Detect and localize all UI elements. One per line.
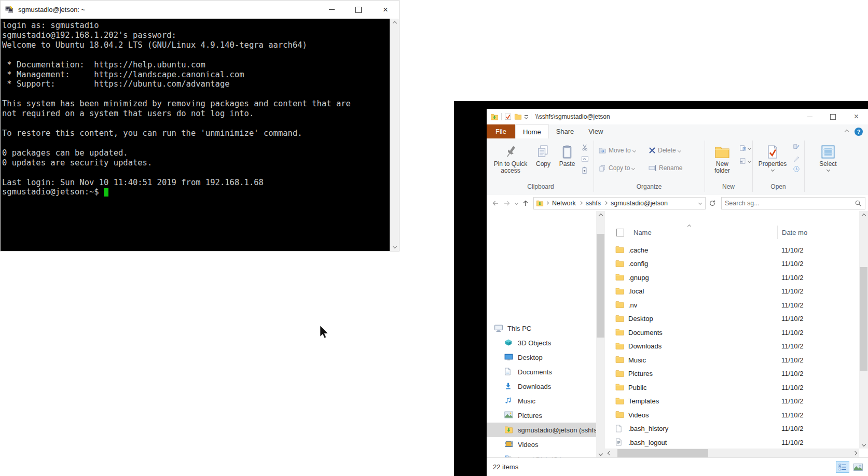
file-row-nv[interactable]: .nv11/10/2 [605, 298, 859, 312]
open-edit2-icon[interactable] [793, 155, 800, 162]
terminal-scrollbar[interactable] [390, 19, 399, 251]
terminal-output[interactable]: login as: sgmustadio sgmustadio@192.168.… [1, 19, 390, 251]
new-item-button[interactable] [739, 145, 751, 151]
move-to-button[interactable]: Move to [599, 147, 636, 154]
tab-view[interactable]: View [581, 124, 610, 138]
file-row-public[interactable]: Public11/10/2 [605, 381, 859, 394]
list-scroll-thumb[interactable] [860, 267, 867, 371]
forward-button[interactable] [501, 198, 513, 209]
file-row-config[interactable]: .config11/10/2 [605, 257, 859, 271]
select-button[interactable]: Select [814, 142, 843, 171]
sidebar-item-downloads[interactable]: Downloads [487, 379, 596, 394]
help-icon[interactable]: ? [855, 128, 863, 136]
horizontal-scrollbar[interactable] [605, 449, 859, 458]
horizontal-scroll-thumb[interactable] [617, 449, 708, 457]
terminal-titlebar[interactable]: sgmustadio@jetson: ~ × [1, 1, 399, 19]
select-all-checkbox[interactable] [616, 229, 624, 236]
file-row-videos[interactable]: Videos11/10/2 [605, 408, 859, 422]
file-row-documents[interactable]: Documents11/10/2 [605, 326, 859, 339]
file-name: .gnupg [628, 274, 768, 282]
sidebar-item-this-pc[interactable]: This PC [487, 321, 596, 335]
scroll-down-icon[interactable] [390, 242, 399, 250]
tab-share[interactable]: Share [549, 124, 582, 138]
download-icon [504, 382, 514, 390]
file-row-pictures[interactable]: Pictures11/10/2 [605, 367, 859, 381]
new-folder-button[interactable]: New folder [709, 142, 736, 174]
file-name: .bash_logout [628, 439, 768, 446]
up-button[interactable] [520, 198, 531, 209]
rename-button[interactable]: Rename [649, 164, 682, 172]
new-folder-qat-icon[interactable] [514, 113, 522, 120]
sidebar-item-desktop[interactable]: Desktop [487, 350, 596, 365]
sidebar-item-3d-objects[interactable]: 3D Objects [487, 335, 596, 350]
copy-path-icon[interactable] [581, 156, 589, 162]
mouse-cursor [320, 326, 330, 341]
folder-icon [615, 315, 624, 323]
column-header-date[interactable]: Date mo [777, 226, 855, 239]
copy-button[interactable]: Copy [532, 142, 554, 167]
file-row-gnupg[interactable]: .gnupg11/10/2 [605, 271, 859, 284]
properties-button[interactable]: Properties [756, 142, 789, 171]
sidebar-item-music[interactable]: Music [487, 394, 596, 408]
recent-locations-icon[interactable] [513, 198, 520, 209]
list-scroll-down-icon[interactable] [859, 440, 868, 449]
scroll-up-icon[interactable] [390, 19, 399, 27]
collapse-ribbon-icon[interactable] [845, 129, 849, 133]
history-icon[interactable] [793, 165, 800, 173]
file-row-desktop[interactable]: Desktop11/10/2 [605, 312, 859, 326]
terminal-minimize-button[interactable] [318, 1, 345, 19]
easy-access-button[interactable] [739, 158, 751, 164]
delete-button[interactable]: Delete [649, 147, 681, 154]
file-row-music[interactable]: Music11/10/2 [605, 353, 859, 367]
search-input[interactable] [722, 200, 855, 207]
thumbnail-view-button[interactable] [851, 461, 865, 473]
explorer-maximize-button[interactable] [821, 109, 845, 124]
file-row-bash-history[interactable]: .bash_history11/10/2 [605, 422, 859, 436]
properties-check-icon[interactable] [504, 113, 512, 120]
tab-file[interactable]: File [487, 124, 515, 138]
paste-button[interactable]: Paste [556, 142, 578, 167]
qat-customize-icon[interactable] [525, 115, 528, 119]
file-list-scrollbar[interactable] [859, 211, 868, 449]
file-row-cache[interactable]: .cache11/10/2 [605, 243, 859, 257]
cut-icon[interactable] [581, 144, 589, 151]
sidebar-scroll-thumb[interactable] [597, 234, 604, 338]
file-row-bash-logout[interactable]: .bash_logout11/10/2 [605, 436, 859, 449]
file-date-modified: 11/10/2 [781, 329, 837, 337]
search-box[interactable] [721, 197, 865, 209]
breadcrumb-segment-network[interactable]: Network [550, 200, 577, 207]
scroll-left-icon[interactable] [605, 449, 614, 458]
file-date-modified: 11/10/2 [781, 411, 837, 419]
breadcrumb-segment-sshfs[interactable]: sshfs [584, 200, 602, 207]
back-button[interactable] [490, 198, 501, 209]
open-edit-icon[interactable] [793, 144, 800, 151]
explorer-minimize-button[interactable] [798, 109, 821, 124]
search-icon[interactable] [855, 200, 862, 207]
copy-to-button[interactable]: Copy to [599, 164, 635, 172]
file-row-downloads[interactable]: Downloads11/10/2 [605, 340, 859, 353]
sidebar-item-videos[interactable]: Videos [487, 437, 596, 452]
explorer-titlebar[interactable]: \\sshfs\sgmustadio@jetson × [487, 109, 868, 124]
terminal-close-button[interactable]: × [372, 1, 399, 19]
breadcrumb-segment-sgmustadio-jetson[interactable]: sgmustadio@jetson [609, 200, 669, 207]
terminal-maximize-button[interactable] [345, 1, 372, 19]
explorer-close-button[interactable]: × [845, 109, 868, 124]
refresh-button[interactable] [707, 197, 718, 209]
pin-to-quick-access-button[interactable]: Pin to Quick access [491, 142, 530, 174]
sidebar-scroll-up-icon[interactable] [596, 211, 605, 220]
paste-shortcut-icon[interactable] [581, 166, 589, 174]
sidebar-scroll-down-icon[interactable] [596, 449, 605, 458]
address-dropdown-icon[interactable] [698, 201, 702, 205]
file-row-local[interactable]: .local11/10/2 [605, 285, 859, 298]
address-bar[interactable]: Networksshfssgmustadio@jetson [533, 197, 706, 209]
sidebar-scrollbar[interactable] [596, 211, 605, 458]
details-view-button[interactable] [836, 461, 849, 473]
sidebar-item-pictures[interactable]: Pictures [487, 408, 596, 423]
sidebar-item-documents[interactable]: Documents [487, 365, 596, 379]
scroll-right-icon[interactable] [850, 449, 859, 458]
list-scroll-up-icon[interactable] [859, 211, 868, 220]
sidebar-item-sgmustadio-jetson-sshfs[interactable]: sgmustadio@jetson (sshfs) [487, 423, 596, 437]
column-header-name[interactable]: Name [633, 229, 652, 236]
file-row-templates[interactable]: Templates11/10/2 [605, 395, 859, 408]
tab-home[interactable]: Home [515, 124, 549, 138]
